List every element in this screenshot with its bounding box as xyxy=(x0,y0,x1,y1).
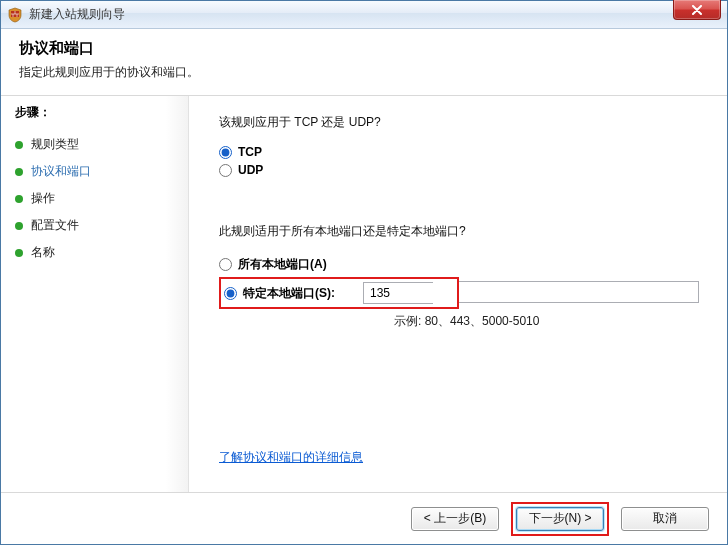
steps-label: 步骤： xyxy=(15,104,180,121)
page-subtitle: 指定此规则应用于的协议和端口。 xyxy=(19,64,709,81)
ports-all-radio[interactable] xyxy=(219,258,232,271)
protocol-udp-label: UDP xyxy=(238,163,263,177)
step-name[interactable]: 名称 xyxy=(15,239,180,266)
cancel-button[interactable]: 取消 xyxy=(621,507,709,531)
protocol-tcp-option[interactable]: TCP xyxy=(219,145,699,159)
ports-specific-radio[interactable] xyxy=(224,287,237,300)
ports-input[interactable] xyxy=(363,282,433,304)
next-button[interactable]: 下一步(N) > xyxy=(516,507,604,531)
step-label: 名称 xyxy=(31,244,55,261)
step-profile[interactable]: 配置文件 xyxy=(15,212,180,239)
titlebar: 新建入站规则向导 xyxy=(1,1,727,29)
protocol-tcp-radio[interactable] xyxy=(219,146,232,159)
protocol-udp-radio[interactable] xyxy=(219,164,232,177)
step-label: 规则类型 xyxy=(31,136,79,153)
bullet-icon xyxy=(15,222,23,230)
wizard-window: 新建入站规则向导 协议和端口 指定此规则应用于的协议和端口。 步骤： 规则类型 … xyxy=(0,0,728,545)
step-protocol-ports[interactable]: 协议和端口 xyxy=(15,158,180,185)
page-header: 协议和端口 指定此规则应用于的协议和端口。 xyxy=(1,29,727,96)
ports-all-label: 所有本地端口(A) xyxy=(238,256,327,273)
learn-more-link[interactable]: 了解协议和端口的详细信息 xyxy=(219,450,363,464)
wizard-body: 步骤： 规则类型 协议和端口 操作 配置文件 名称 xyxy=(1,96,727,492)
highlight-specific-ports: 特定本地端口(S): xyxy=(219,277,459,309)
page-title: 协议和端口 xyxy=(19,39,709,58)
bullet-icon xyxy=(15,168,23,176)
ports-all-option[interactable]: 所有本地端口(A) xyxy=(219,256,699,273)
wizard-steps-sidebar: 步骤： 规则类型 协议和端口 操作 配置文件 名称 xyxy=(1,96,189,492)
close-icon xyxy=(691,5,703,15)
wizard-footer: < 上一步(B) 下一步(N) > 取消 xyxy=(1,492,727,544)
step-action[interactable]: 操作 xyxy=(15,185,180,212)
bullet-icon xyxy=(15,249,23,257)
highlight-next-button: 下一步(N) > xyxy=(511,502,609,536)
wizard-main: 该规则应用于 TCP 还是 UDP? TCP UDP 此规则适用于所有本地端口还… xyxy=(189,96,727,492)
ports-input-extend[interactable] xyxy=(459,281,699,303)
protocol-udp-option[interactable]: UDP xyxy=(219,163,699,177)
close-button[interactable] xyxy=(673,0,721,20)
firewall-icon xyxy=(7,7,23,23)
ports-example: 示例: 80、443、5000-5010 xyxy=(394,313,699,330)
bullet-icon xyxy=(15,195,23,203)
step-rule-type[interactable]: 规则类型 xyxy=(15,131,180,158)
step-label: 协议和端口 xyxy=(31,163,91,180)
window-title: 新建入站规则向导 xyxy=(29,6,125,23)
protocol-prompt: 该规则应用于 TCP 还是 UDP? xyxy=(219,114,699,131)
ports-specific-option[interactable]: 特定本地端口(S): xyxy=(224,285,335,302)
step-label: 配置文件 xyxy=(31,217,79,234)
svg-rect-1 xyxy=(11,14,19,17)
bullet-icon xyxy=(15,141,23,149)
protocol-tcp-label: TCP xyxy=(238,145,262,159)
step-label: 操作 xyxy=(31,190,55,207)
back-button[interactable]: < 上一步(B) xyxy=(411,507,499,531)
ports-prompt: 此规则适用于所有本地端口还是特定本地端口? xyxy=(219,223,699,240)
ports-specific-label: 特定本地端口(S): xyxy=(243,285,335,302)
